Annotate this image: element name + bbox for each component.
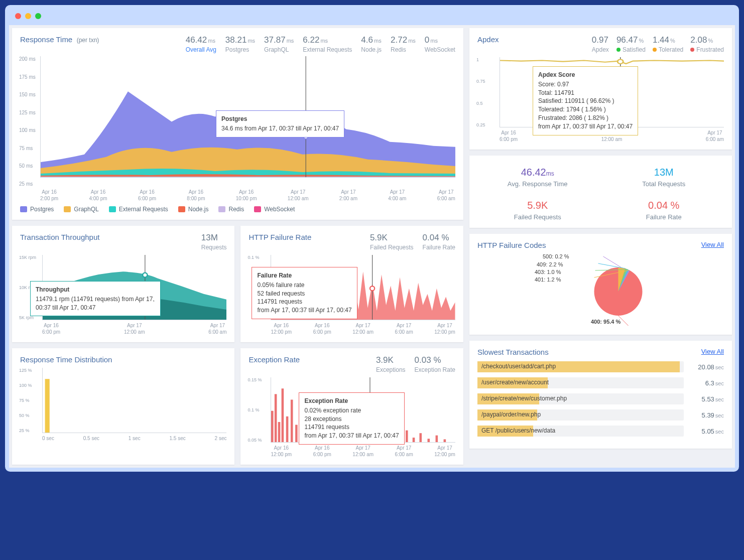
metric-strip: 46.42msOverall Avg38.21msPostgres37.87ms… xyxy=(186,35,455,53)
panel-title: Exception Rate xyxy=(249,355,300,364)
svg-point-3 xyxy=(143,273,147,277)
throughput-chart[interactable]: 15K rpm10K rpm5K rpm Throughput 114 xyxy=(20,255,226,320)
panel-kpi: 46.42ms Avg. Response Time 13M Total Req… xyxy=(469,156,732,228)
minimize-icon[interactable] xyxy=(25,13,31,19)
dashboard-grid: Response Time (per txn) 46.42msOverall A… xyxy=(9,25,735,468)
chart-tooltip: Postgres 34.6 ms from Apr 17, 00:37 till… xyxy=(216,110,344,137)
view-all-link[interactable]: View All xyxy=(701,348,724,355)
metric: 0msWebSocket xyxy=(425,35,455,53)
kpi-failed-requests: 5.9K Failed Requests xyxy=(477,200,598,221)
panel-subtitle: (per txn) xyxy=(77,37,99,44)
view-all-link[interactable]: View All xyxy=(701,241,724,248)
svg-point-45 xyxy=(617,59,623,64)
slow-transaction-row[interactable]: GET /public/users/new/data5.05sec xyxy=(477,426,724,437)
svg-rect-38 xyxy=(420,433,422,442)
legend-item[interactable]: Redis xyxy=(218,206,244,213)
legend-item[interactable]: External Requests xyxy=(109,206,168,213)
panel-title: Slowest Transactions xyxy=(477,348,549,356)
legend-item[interactable]: Postgres xyxy=(20,206,54,213)
exception-chart[interactable]: 0.15 %0.1 %0.05 % xyxy=(249,377,455,443)
svg-rect-39 xyxy=(428,439,430,442)
panel-http-failure: HTTP Failure Rate 5.9KFailed Requests0.0… xyxy=(240,226,463,342)
svg-rect-6 xyxy=(45,379,50,433)
panel-title: Transaction Throughput xyxy=(20,233,99,241)
svg-rect-9 xyxy=(278,422,281,442)
panel-title: Response Time Distribution xyxy=(20,355,112,364)
kpi-failure-rate: 0.04 % Failure Rate xyxy=(603,200,724,221)
chart-legend: PostgresGraphQLExternal RequestsNode.jsR… xyxy=(20,206,455,213)
panel-title: Response Time xyxy=(20,35,72,44)
legend-item[interactable]: Node.js xyxy=(178,206,209,213)
legend-item[interactable]: WebSocket xyxy=(254,206,295,213)
response-time-chart[interactable]: 200 ms175 ms150 ms125 ms100 ms75 ms50 ms… xyxy=(20,56,455,187)
svg-point-5 xyxy=(370,286,375,291)
metric: 0.04 %Failure Rate xyxy=(423,233,455,251)
metric: 0.03 %Exception Rate xyxy=(415,355,455,373)
chart-tooltip: Apdex Score Score: 0.97Total: 114791Sati… xyxy=(533,66,638,135)
svg-rect-13 xyxy=(296,425,298,442)
apdex-chart[interactable]: 10.750.50.25 Apdex Score Score: 0.97Tota… xyxy=(477,57,724,127)
svg-rect-36 xyxy=(406,431,408,442)
http-failure-chart[interactable]: 0.1 % Failure Rate 0.05% failure rate52 … xyxy=(249,255,455,320)
panel-exception-rate: Exception Rate 3.9KExceptions0.03 %Excep… xyxy=(240,348,463,465)
metric: 1.44%Tolerated xyxy=(653,35,683,53)
metric: 4.6msNode.js xyxy=(361,35,382,53)
svg-line-49 xyxy=(598,263,625,268)
panel-title: Apdex xyxy=(477,35,499,44)
panel-throughput: Transaction Throughput 13M Requests 15K … xyxy=(12,226,234,342)
panel-title: HTTP Failure Rate xyxy=(249,233,311,241)
metric: 5.9KFailed Requests xyxy=(370,233,414,251)
failure-codes-pie[interactable]: 500: 0.2 % 409: 2.2 % 403: 1.0 % 401: 1.… xyxy=(477,252,724,328)
svg-rect-11 xyxy=(286,416,289,442)
metric: 46.42msOverall Avg xyxy=(186,35,216,53)
panel-slowest: Slowest Transactions View All /checkout/… xyxy=(469,341,732,449)
metric: 0.97Apdex xyxy=(592,35,609,53)
metric: 96.47%Satisfied xyxy=(616,35,646,53)
metric: 2.72msRedis xyxy=(391,35,416,53)
maximize-icon[interactable] xyxy=(35,13,41,19)
svg-rect-40 xyxy=(436,436,438,442)
window-titlebar xyxy=(9,9,735,25)
panel-title: HTTP Failure Codes xyxy=(477,241,546,249)
app-window: Response Time (per txn) 46.42msOverall A… xyxy=(5,5,739,472)
svg-rect-7 xyxy=(271,411,274,442)
metric: 38.21msPostgres xyxy=(225,35,255,53)
chart-tooltip: Failure Rate 0.05% failure rate52 failed… xyxy=(252,267,357,319)
chart-tooltip: Exception Rate 0.02% exception rate28 ex… xyxy=(299,392,404,445)
slow-transaction-row[interactable]: /checkout/user/add/cart.php20.08sec xyxy=(477,361,724,372)
metric: 37.87msGraphQL xyxy=(264,35,294,53)
svg-rect-10 xyxy=(282,388,284,442)
svg-rect-41 xyxy=(444,439,446,442)
legend-item[interactable]: GraphQL xyxy=(64,206,98,213)
kpi-avg-response: 46.42ms Avg. Response Time xyxy=(477,167,598,188)
close-icon[interactable] xyxy=(15,13,21,19)
panel-response-distribution: Response Time Distribution 125 %100 %75 … xyxy=(12,348,234,465)
svg-rect-37 xyxy=(413,438,415,442)
svg-rect-8 xyxy=(275,394,277,442)
panel-failure-codes: HTTP Failure Codes View All xyxy=(469,234,732,335)
slow-transaction-row[interactable]: /paypal/order/new.php5.39sec xyxy=(477,409,724,421)
metric: 2.08%Frustrated xyxy=(690,35,724,53)
metric: 3.9KExceptions xyxy=(376,355,406,373)
slow-transaction-row[interactable]: /user/create/new/account6.3sec xyxy=(477,377,724,388)
metric: 6.22msExternal Requests xyxy=(303,35,352,53)
chart-tooltip: Throughput 11479.1 rpm (114791 requests)… xyxy=(30,281,161,316)
svg-rect-12 xyxy=(291,399,293,442)
slow-transaction-row[interactable]: /stripe/create/new/customer.php5.53sec xyxy=(477,393,724,404)
panel-apdex: Apdex 0.97Apdex96.47%Satisfied1.44%Toler… xyxy=(469,28,732,150)
distribution-chart[interactable]: 125 %100 %75 %50 %25 % xyxy=(20,368,226,433)
kpi-total-requests: 13M Total Requests xyxy=(603,167,724,188)
panel-response-time: Response Time (per txn) 46.42msOverall A… xyxy=(12,28,463,220)
